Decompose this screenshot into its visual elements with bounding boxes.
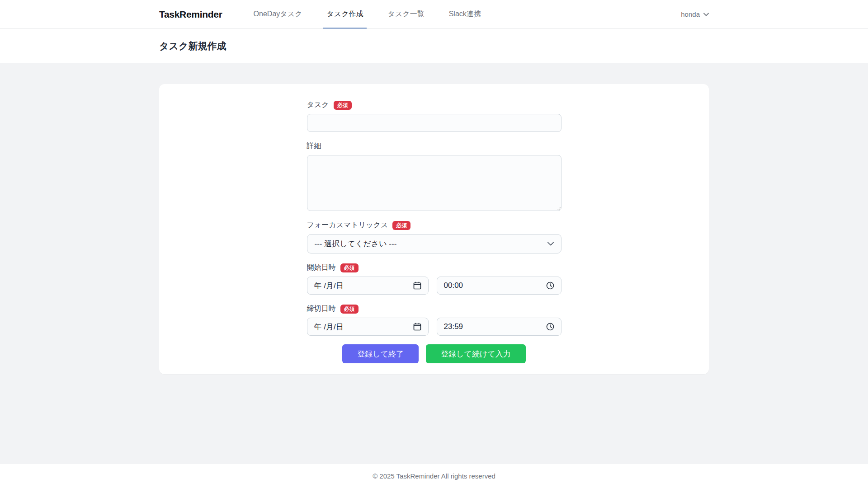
deadline-date-placeholder: 年 /月/日 bbox=[314, 322, 344, 332]
copyright-text: © 2025 TaskReminder All rights reserved bbox=[373, 472, 495, 480]
main-content: タスク 必須 詳細 フォーカスマトリックス 必須 --- 選択してく bbox=[0, 63, 868, 464]
task-input[interactable] bbox=[307, 114, 561, 132]
calendar-icon[interactable] bbox=[413, 282, 421, 290]
required-badge: 必須 bbox=[334, 101, 352, 110]
field-detail: 詳細 bbox=[307, 141, 561, 211]
user-name: honda bbox=[681, 10, 700, 18]
detail-label: 詳細 bbox=[307, 141, 321, 151]
focus-matrix-label: フォーカスマトリックス bbox=[307, 221, 388, 230]
deadline-time-value: 23:59 bbox=[444, 322, 463, 331]
field-focus-matrix: フォーカスマトリックス 必須 --- 選択してください --- bbox=[307, 221, 561, 253]
detail-textarea[interactable] bbox=[307, 155, 561, 211]
start-date-placeholder: 年 /月/日 bbox=[314, 281, 344, 291]
submit-and-finish-button[interactable]: 登録して終了 bbox=[342, 344, 419, 363]
nav-item-task-list[interactable]: タスク一覧 bbox=[385, 0, 428, 29]
app-header: TaskReminder OneDayタスク タスク作成 タスク一覧 Slack… bbox=[0, 0, 868, 29]
main-nav: OneDayタスク タスク作成 タスク一覧 Slack連携 bbox=[250, 0, 502, 29]
field-task: タスク 必須 bbox=[307, 100, 561, 132]
nav-item-task-create[interactable]: タスク作成 bbox=[323, 0, 366, 29]
start-time-value: 00:00 bbox=[444, 281, 463, 290]
nav-item-oneday-task[interactable]: OneDayタスク bbox=[250, 0, 306, 29]
user-menu[interactable]: honda bbox=[681, 10, 709, 18]
chevron-down-icon bbox=[547, 242, 554, 246]
start-time-input[interactable]: 00:00 bbox=[437, 277, 561, 295]
nav-item-slack-integration[interactable]: Slack連携 bbox=[446, 0, 484, 29]
task-form-card: タスク 必須 詳細 フォーカスマトリックス 必須 --- 選択してく bbox=[159, 84, 709, 374]
submit-and-continue-button[interactable]: 登録して続けて入力 bbox=[426, 344, 526, 363]
task-label: タスク bbox=[307, 100, 329, 110]
task-form: タスク 必須 詳細 フォーカスマトリックス 必須 --- 選択してく bbox=[307, 100, 561, 363]
deadline-date-input[interactable]: 年 /月/日 bbox=[307, 318, 429, 336]
field-deadline-datetime: 締切日時 必須 年 /月/日 23:59 bbox=[307, 304, 561, 336]
required-badge: 必須 bbox=[392, 221, 410, 230]
required-badge: 必須 bbox=[340, 305, 359, 314]
focus-matrix-selected-option: --- 選択してください --- bbox=[315, 239, 397, 249]
field-start-datetime: 開始日時 必須 年 /月/日 00:00 bbox=[307, 263, 561, 295]
start-date-input[interactable]: 年 /月/日 bbox=[307, 277, 429, 295]
clock-icon[interactable] bbox=[546, 282, 554, 290]
clock-icon[interactable] bbox=[546, 323, 554, 331]
deadline-datetime-label: 締切日時 bbox=[307, 304, 336, 314]
deadline-time-input[interactable]: 23:59 bbox=[437, 318, 561, 336]
calendar-icon[interactable] bbox=[413, 323, 421, 331]
start-datetime-label: 開始日時 bbox=[307, 263, 336, 272]
page-title-band: タスク新規作成 bbox=[0, 29, 868, 63]
app-footer: © 2025 TaskReminder All rights reserved bbox=[0, 464, 868, 488]
form-actions: 登録して終了 登録して続けて入力 bbox=[307, 344, 561, 363]
required-badge: 必須 bbox=[340, 263, 359, 272]
page-title: タスク新規作成 bbox=[159, 40, 709, 52]
focus-matrix-select[interactable]: --- 選択してください --- bbox=[307, 234, 561, 253]
chevron-down-icon bbox=[703, 13, 709, 16]
brand-logo[interactable]: TaskReminder bbox=[159, 9, 222, 20]
